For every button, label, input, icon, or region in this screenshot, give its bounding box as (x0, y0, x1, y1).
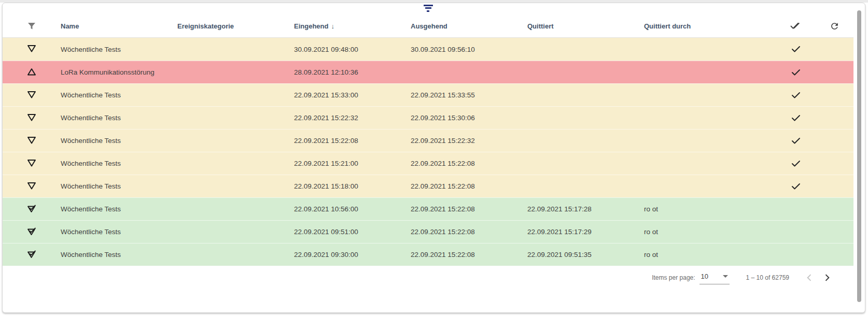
table-row[interactable]: Wöchentliche Tests 30.09.2021 09:48:00 3… (3, 38, 853, 61)
row-ausgehend: 22.09.2021 15:22:08 (411, 228, 527, 236)
row-eingehend: 22.09.2021 15:22:32 (294, 114, 411, 122)
table-row[interactable]: Wöchentliche Tests 22.09.2021 15:33:00 2… (3, 83, 853, 106)
items-per-page-label: Items per page: (652, 274, 695, 281)
row-name: Wöchentliche Tests (61, 251, 177, 258)
acknowledge-check-icon[interactable] (791, 92, 801, 99)
column-header-quittiert[interactable]: Quittiert (527, 22, 644, 30)
filter-funnel-icon[interactable] (27, 22, 36, 30)
triangle-up-icon (26, 67, 37, 78)
refresh-button[interactable] (828, 19, 842, 33)
row-ausgehend: 22.09.2021 15:22:08 (411, 205, 527, 213)
row-ausgehend: 22.09.2021 15:30:06 (411, 114, 527, 122)
acknowledge-check-icon[interactable] (791, 160, 801, 167)
chevron-left-icon (804, 272, 815, 283)
row-eingehend: 22.09.2021 15:18:00 (294, 182, 411, 190)
acknowledge-check-icon[interactable] (791, 183, 801, 190)
row-eingehend: 22.09.2021 10:56:00 (294, 205, 411, 213)
row-eingehend: 22.09.2021 15:33:00 (294, 91, 411, 99)
row-quittiert-durch: ro ot (644, 251, 777, 258)
row-ausgehend: 30.09.2021 09:56:10 (411, 46, 527, 53)
row-name: Wöchentliche Tests (61, 228, 177, 236)
acknowledge-check-icon[interactable] (791, 114, 801, 122)
next-page-button[interactable] (818, 269, 836, 286)
row-name: LoRa Kommunikationsstörung (61, 68, 177, 76)
card-bottom-spacer (3, 290, 853, 312)
row-eingehend: 22.09.2021 09:51:00 (294, 228, 411, 236)
paginator: Items per page: 10 1 – 10 of 62759 (3, 266, 853, 290)
column-header-eingehend[interactable]: Eingehend ↓ (294, 22, 411, 30)
triangle-down-icon (26, 181, 37, 192)
row-ausgehend: 22.09.2021 15:22:08 (411, 182, 527, 190)
table-body: Wöchentliche Tests 30.09.2021 09:48:00 3… (3, 38, 853, 266)
sort-arrow-icon[interactable]: ↓ (331, 22, 334, 30)
row-eingehend: 22.09.2021 15:21:00 (294, 160, 411, 167)
paginator-range-label: 1 – 10 of 62759 (746, 274, 789, 281)
row-eingehend: 22.09.2021 09:30:00 (294, 251, 411, 258)
acknowledge-all-button[interactable] (788, 20, 804, 32)
table-row[interactable]: Wöchentliche Tests 22.09.2021 09:30:00 2… (3, 243, 853, 266)
vertical-scrollbar-thumb[interactable] (857, 10, 861, 302)
triangle-down-check-icon (26, 227, 37, 237)
filter-list-icon[interactable] (424, 5, 433, 12)
done-all-icon (790, 22, 802, 30)
table-row[interactable]: Wöchentliche Tests 22.09.2021 15:21:00 2… (3, 152, 853, 175)
table-header-row: Name Ereigniskategorie Eingehend ↓ Ausge… (3, 15, 853, 38)
table-row[interactable]: Wöchentliche Tests 22.09.2021 15:22:32 2… (3, 106, 853, 129)
page-size-value: 10 (701, 272, 708, 280)
table-row[interactable]: LoRa Kommunikationsstörung 28.09.2021 12… (3, 61, 853, 83)
items-per-page-select[interactable]: 10 (699, 271, 730, 284)
table-row[interactable]: Wöchentliche Tests 22.09.2021 15:18:00 2… (3, 175, 853, 197)
triangle-down-icon (26, 159, 37, 169)
row-eingehend: 30.09.2021 09:48:00 (294, 46, 411, 53)
row-name: Wöchentliche Tests (61, 137, 177, 145)
row-eingehend: 28.09.2021 12:10:36 (294, 68, 411, 76)
triangle-down-icon (26, 136, 37, 146)
row-name: Wöchentliche Tests (61, 114, 177, 122)
alarm-table-card: Name Ereigniskategorie Eingehend ↓ Ausge… (2, 3, 865, 313)
row-name: Wöchentliche Tests (61, 205, 177, 213)
triangle-down-icon (26, 113, 37, 123)
row-ausgehend: 22.09.2021 15:33:55 (411, 91, 527, 99)
row-quittiert: 22.09.2021 15:17:28 (527, 205, 644, 213)
row-name: Wöchentliche Tests (61, 182, 177, 190)
row-quittiert: 22.09.2021 09:51:35 (527, 251, 644, 258)
column-header-ausgehend[interactable]: Ausgehend (411, 22, 527, 30)
row-eingehend: 22.09.2021 15:22:08 (294, 137, 411, 145)
column-header-quittiert-durch[interactable]: Quittiert durch (644, 22, 777, 30)
dropdown-arrow-icon (723, 275, 728, 278)
row-name: Wöchentliche Tests (61, 46, 177, 53)
column-header-ereigniskategorie[interactable]: Ereigniskategorie (177, 22, 294, 30)
triangle-down-check-icon (26, 250, 37, 260)
acknowledge-check-icon[interactable] (791, 69, 801, 76)
table-row[interactable]: Wöchentliche Tests 22.09.2021 09:51:00 2… (3, 220, 853, 243)
row-ausgehend: 22.09.2021 15:22:08 (411, 160, 527, 167)
triangle-down-icon (26, 90, 37, 100)
row-name: Wöchentliche Tests (61, 160, 177, 167)
triangle-down-icon (26, 44, 37, 54)
triangle-down-check-icon (26, 204, 37, 214)
column-header-name[interactable]: Name (61, 22, 177, 30)
row-name: Wöchentliche Tests (61, 91, 177, 99)
row-quittiert-durch: ro ot (644, 205, 777, 213)
table-row[interactable]: Wöchentliche Tests 22.09.2021 10:56:00 2… (3, 197, 853, 220)
row-quittiert: 22.09.2021 15:17:29 (527, 228, 644, 236)
acknowledge-check-icon[interactable] (791, 46, 801, 53)
filter-toggle-bar (3, 3, 853, 15)
row-ausgehend: 22.09.2021 15:22:08 (411, 251, 527, 258)
chevron-right-icon (822, 272, 832, 283)
row-quittiert-durch: ro ot (644, 228, 777, 236)
acknowledge-check-icon[interactable] (791, 137, 801, 145)
row-ausgehend: 22.09.2021 15:22:32 (411, 137, 527, 145)
previous-page-button[interactable] (801, 269, 818, 286)
table-row[interactable]: Wöchentliche Tests 22.09.2021 15:22:08 2… (3, 129, 853, 152)
refresh-icon (830, 21, 839, 31)
